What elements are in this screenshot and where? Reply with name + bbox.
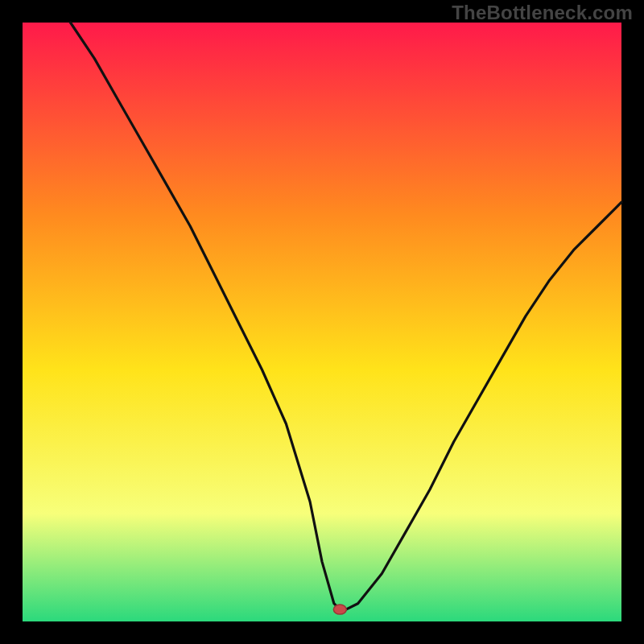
- chart-container: TheBottleneck.com: [0, 0, 644, 644]
- plot-area: [23, 23, 621, 621]
- bottleneck-chart: [0, 0, 644, 644]
- watermark-text: TheBottleneck.com: [452, 2, 633, 24]
- min-marker: [333, 605, 346, 614]
